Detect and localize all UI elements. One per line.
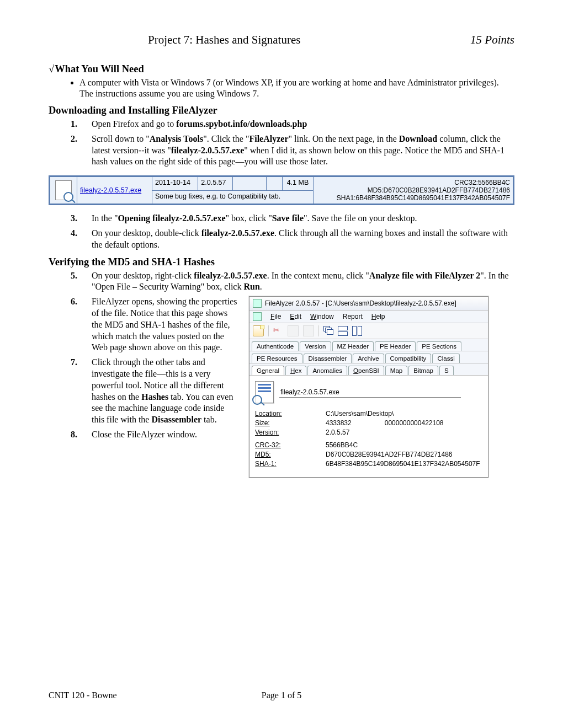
step-4: On your desktop, double-click filealyz-2… [79,228,514,251]
tab-opensbi[interactable]: OpenSBI [348,366,384,375]
download-crc: CRC32:5566BB4C [316,179,510,186]
download-link[interactable]: filealyz-2.0.5.57.exe [80,186,141,194]
file-row: filealyz-2.0.5.57.exe [255,381,482,403]
download-empty2 [266,177,282,191]
paste-icon[interactable] [303,325,314,336]
tab-compatibility[interactable]: Compatibility [385,354,432,363]
tab-authenticode[interactable]: Authenticode [252,341,299,351]
tab-s[interactable]: S [439,366,454,375]
cut-icon[interactable] [273,326,283,336]
step-1: Open Firefox and go to forums.spybot.inf… [79,119,514,130]
kv-sha1: SHA-1:6B48F384B95C149D8695041E137F342AB0… [255,460,482,468]
document-page: Project 7: Hashes and Signatures 15 Poin… [0,0,563,728]
menu-file[interactable]: File [270,313,281,320]
kv-location: Location:C:\Users\sam\Desktop\ [255,410,482,417]
download-empty1 [232,177,266,191]
tabs-row-2: PE Resources Disassembler Archive Compat… [249,351,488,363]
menu-window[interactable]: Window [310,313,334,320]
menu-report[interactable]: Report [343,313,363,320]
download-steps: Open Firefox and go to forums.spybot.inf… [49,119,514,168]
child-window-icon [253,312,262,321]
download-version: 2.0.5.57 [198,177,233,191]
copy-icon[interactable] [288,325,299,336]
page-footer: CNIT 120 - Bowne Page 1 of 5 [49,690,514,700]
page-points: 15 Points [470,33,514,47]
menubar: File Edit Window Report Help [249,311,488,323]
tabs-row-1: Authenticode Version MZ Header PE Header… [249,339,488,351]
kv-size: Size:43338320000000000422108 [255,419,482,427]
download-link-cell: filealyz-2.0.5.57.exe [77,177,152,204]
page-header: Project 7: Hashes and Signatures 15 Poin… [49,33,514,47]
kv-crc32: CRC-32:5566BB4C [255,441,482,449]
filename-field: filealyz-2.0.5.57.exe [279,387,461,398]
step-8: Close the FileAlyzer window. [79,429,239,441]
download-hashes: CRC32:5566BB4C MD5:D670C0B28E93941AD2FFB… [314,177,513,204]
file-icon [55,180,72,200]
filealyzer-titlebar: FileAlyzer 2.0.5.57 - [C:\Users\sam\Desk… [249,297,488,311]
verify-steps-narrow: FileAlyzer opens, showing the properties… [49,296,239,441]
heading-what-you-need: What You Will Need [49,63,514,75]
download-sha1: SHA1:6B48F384B95C149D8695041E137F342AB05… [316,194,510,202]
toolbar-sep-2 [318,325,319,336]
tab-archive[interactable]: Archive [353,354,384,363]
tile-vertical-icon[interactable] [352,326,362,336]
tab-hex[interactable]: Hex [285,366,306,375]
new-file-icon[interactable] [253,325,264,336]
kv-version: Version:2.0.5.57 [255,429,482,436]
filealyzer-window: FileAlyzer 2.0.5.57 - [C:\Users\sam\Desk… [249,296,488,478]
filealyzer-body: filealyz-2.0.5.57.exe Location:C:\Users\… [249,376,488,477]
footer-page: Page 1 of 5 [262,690,301,700]
tab-classi[interactable]: Classi [432,354,459,363]
step-2: Scroll down to "Analysis Tools". Click t… [79,133,514,168]
heading-download-install: Downloading and Installing FileAlyzer [49,105,514,116]
file-icon-cell [50,177,77,204]
cascade-windows-icon[interactable] [323,326,333,336]
right-column: FileAlyzer 2.0.5.57 - [C:\Users\sam\Desk… [249,296,514,478]
menu-help[interactable]: Help [371,313,385,320]
tab-map[interactable]: Map [385,366,407,375]
tab-pe-header[interactable]: PE Header [375,341,416,351]
footer-left: CNIT 120 - Bowne [49,690,117,700]
download-md5: MD5:D670C0B28E93941AD2FFB774DB271486 [316,186,510,194]
need-list: A computer with Vista or Windows 7 (or W… [49,77,514,99]
kv-md5: MD5:D670C0B28E93941AD2FFB774DB271486 [255,451,482,458]
download-steps-2: In the "Opening filealyz-2.0.5.57.exe" b… [49,213,514,250]
download-desc: Some bug fixes, e.g. to Compatibility ta… [152,190,313,204]
tab-pe-resources[interactable]: PE Resources [252,354,302,363]
tab-pe-sections[interactable]: PE Sections [417,341,461,351]
tab-general[interactable]: General [252,366,284,375]
menu-edit[interactable]: Edit [290,313,301,320]
download-date: 2011-10-14 [152,177,198,191]
tabs-row-3: General Hex Anomalies OpenSBI Map Bitmap… [249,363,488,376]
left-column: FileAlyzer opens, showing the properties… [49,296,239,444]
download-size: 4.1 MB [282,177,313,191]
toolbar [249,323,488,339]
magnifier-icon [252,395,262,405]
download-table: filealyz-2.0.5.57.exe 2011-10-14 2.0.5.5… [49,175,514,205]
need-item: A computer with Vista or Windows 7 (or W… [79,77,514,99]
verify-steps-top: On your desktop, right-click filealyz-2.… [49,270,514,293]
page-title: Project 7: Hashes and Signatures [148,33,300,47]
magnifier-icon [63,192,73,202]
tab-disassembler[interactable]: Disassembler [304,354,352,363]
tab-version[interactable]: Version [300,341,331,351]
tab-anomalies[interactable]: Anomalies [307,366,347,375]
step-7: Click through the other tabs and investi… [79,357,239,426]
tab-bitmap[interactable]: Bitmap [408,366,438,375]
step-5: On your desktop, right-click filealyz-2.… [79,270,514,293]
toolbar-sep [268,325,269,336]
heading-verify: Verifying the MD5 and SHA-1 Hashes [49,256,514,268]
app-icon [253,299,262,308]
two-column-wrap: FileAlyzer opens, showing the properties… [49,296,514,478]
window-title: FileAlyzer 2.0.5.57 - [C:\Users\sam\Desk… [265,299,456,307]
tab-mz-header[interactable]: MZ Header [332,341,374,351]
tile-horizontal-icon[interactable] [338,326,348,336]
step-3: In the "Opening filealyz-2.0.5.57.exe" b… [79,213,514,224]
step-6: FileAlyzer opens, showing the properties… [79,296,239,354]
big-file-icon [255,381,274,403]
